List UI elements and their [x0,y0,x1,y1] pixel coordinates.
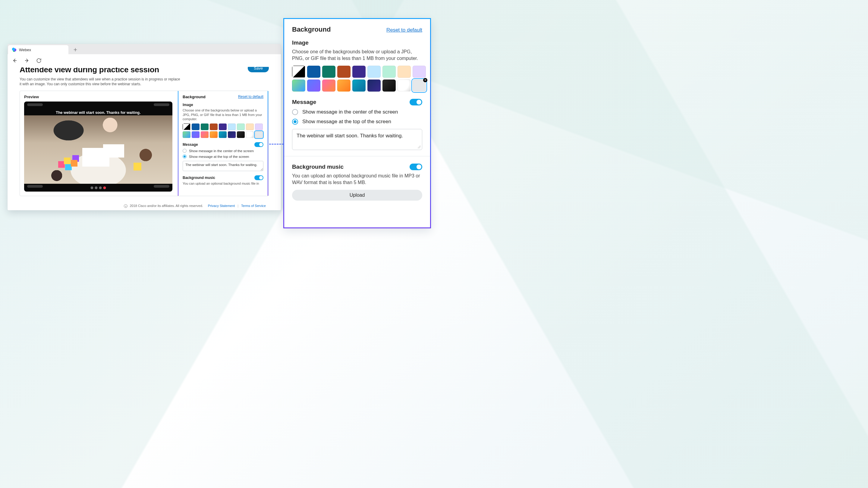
reset-to-default-link[interactable]: Reset to default [386,27,422,33]
preview-top-bar [24,101,173,109]
msg-position-center-row[interactable]: Show message in the center of the screen [292,109,422,115]
message-textarea-value: The webinar will start soon. Thanks for … [297,133,403,138]
message-toggle[interactable] [410,99,422,105]
swatch-6[interactable] [237,124,245,130]
swatch-0[interactable] [292,66,305,78]
swatch-3[interactable] [210,124,218,130]
msg-position-top-row[interactable]: Show message at the top of the screen [292,119,422,125]
message-toggle[interactable] [254,142,264,147]
swatch-8[interactable] [412,66,426,78]
radio-top-label: Show message at the top of the screen [189,155,249,158]
forward-button[interactable] [24,58,30,64]
image-section-heading: Image [183,103,264,107]
swatch-15[interactable] [382,79,396,92]
msg-position-center-row[interactable]: Show message in the center of the screen [183,149,264,153]
radio-top[interactable] [292,119,298,125]
preview-ui-pill [154,185,169,188]
tab-strip: Webex [7,44,281,54]
swatch-14[interactable] [367,79,381,92]
new-tab-button[interactable] [71,46,79,54]
pager-dot[interactable] [95,187,98,189]
swatch-9[interactable] [292,79,305,92]
swatch-14[interactable] [228,131,236,138]
swatch-2[interactable] [201,124,209,130]
swatch-12[interactable] [210,131,218,138]
swatch-11[interactable] [201,131,209,138]
message-section-heading: Message [183,142,198,147]
swatch-11[interactable] [322,79,336,92]
preview-ui-pill [154,103,169,106]
section-divider [284,156,430,156]
pager-dot[interactable] [99,187,102,189]
swatch-13[interactable] [352,79,366,92]
copyright-icon: c [124,204,127,208]
message-section-heading: Message [292,99,316,105]
page-subtitle: You can customize the view that attendee… [20,77,182,87]
radio-top[interactable] [183,155,187,158]
webex-logo-icon [12,47,17,52]
background-panel-small: Background Reset to default Image Choose… [178,91,268,196]
music-toggle[interactable] [410,164,422,170]
preview-ui-pill [27,185,43,188]
swatch-7[interactable] [246,124,254,130]
swatch-remove-icon[interactable]: ✕ [423,78,427,82]
swatch-7[interactable] [398,66,411,78]
swatch-4[interactable] [219,124,227,130]
callout-connector-line [269,144,284,144]
swatch-5[interactable] [367,66,381,78]
message-textarea[interactable]: The webinar will start soon. Thanks for … [183,161,264,171]
music-section-desc: You can upload an optional background mu… [292,173,422,186]
plus-icon [73,47,78,52]
upload-button[interactable]: Upload [292,190,422,201]
terms-link[interactable]: Terms of Service [241,204,266,207]
music-section-desc: You can upload an optional background mu… [183,181,264,186]
swatch-15[interactable] [237,131,245,138]
preview-ui-pill [27,103,43,106]
page-footer: c 2018 Cisco and/or its affiliates. All … [7,204,281,208]
pager-dot-active[interactable] [103,187,106,189]
swatch-9[interactable] [183,131,190,138]
preview-screen: The webinar will start soon. Thanks for … [24,101,173,192]
swatch-16[interactable] [398,79,411,92]
resize-grip-icon[interactable] [418,145,421,149]
preview-pane: Preview The webinar will start soon. Tha… [20,91,177,196]
swatch-3[interactable] [337,66,350,78]
swatch-2[interactable] [322,66,336,78]
radio-center[interactable] [292,109,298,115]
swatch-16[interactable] [246,131,254,138]
swatch-10[interactable] [192,131,199,138]
swatch-17[interactable] [255,131,263,138]
msg-position-top-row[interactable]: Show message at the top of the screen [183,155,264,158]
radio-center-label: Show message in the center of the screen [302,109,398,115]
swatch-1[interactable] [192,124,199,130]
swatch-0[interactable] [183,124,190,130]
back-button[interactable] [12,58,18,64]
page-content: Attendee view during practice session Sa… [7,67,281,210]
radio-center-label: Show message in the center of the screen [189,149,254,153]
preview-pager-dots [91,187,106,189]
swatch-1[interactable] [307,66,320,78]
pager-dot[interactable] [91,187,93,189]
privacy-link[interactable]: Privacy Statement [208,204,235,207]
swatch-17[interactable]: ✕ [412,79,426,92]
swatch-4[interactable] [352,66,366,78]
swatch-6[interactable] [382,66,396,78]
message-textarea[interactable]: The webinar will start soon. Thanks for … [292,129,422,150]
background-panel-large: Background Reset to default Image Choose… [283,18,431,228]
swatch-grid: ✕ [292,66,422,92]
browser-tab-webex[interactable]: Webex [8,45,68,54]
swatch-5[interactable] [228,124,236,130]
swatch-13[interactable] [219,131,227,138]
swatch-12[interactable] [337,79,350,92]
music-toggle[interactable] [254,175,264,180]
swatch-8[interactable] [255,124,263,130]
save-button[interactable]: Save [248,67,269,72]
reset-to-default-link[interactable]: Reset to default [238,95,264,99]
preview-background-image [24,116,173,184]
radio-center[interactable] [183,149,187,153]
music-section-heading: Background music [292,164,344,170]
swatch-10[interactable] [307,79,320,92]
copyright-text: 2018 Cisco and/or its affiliates. All ri… [130,204,203,207]
reload-button[interactable] [36,58,42,64]
preview-label: Preview [24,95,173,99]
